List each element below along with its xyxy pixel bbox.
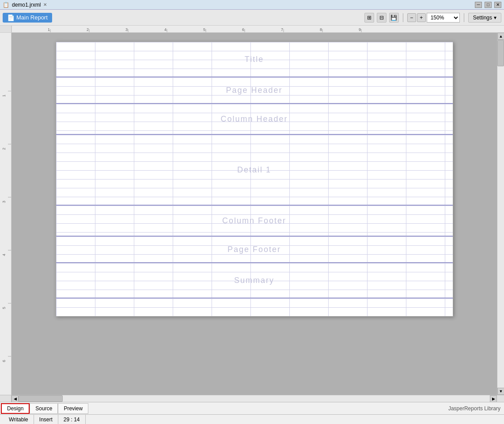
canvas-wrapper[interactable]: Title Page Header Column Header Detail 1… (11, 33, 497, 395)
band-column-footer: Column Footer (56, 206, 453, 237)
report-title: Main Report (16, 14, 48, 21)
band-summary-label: Summary (234, 276, 274, 285)
toolbar-icon-1[interactable]: ⊞ (364, 13, 374, 23)
band-column-header-label: Column Header (220, 115, 288, 124)
band-detail-1-label: Detail 1 (237, 165, 271, 175)
report-title-badge[interactable]: 📄 Main Report (3, 13, 52, 23)
minimize-button[interactable]: ─ (475, 2, 482, 8)
band-page-footer: Page Footer (56, 237, 453, 263)
scroll-up-button[interactable]: ▲ (497, 33, 504, 40)
settings-label: Settings (473, 15, 492, 21)
report-canvas: Title Page Header Column Header Detail 1… (56, 42, 453, 317)
band-title: Title (56, 42, 453, 77)
canvas-scroll-inner: Title Page Header Column Header Detail 1… (11, 33, 497, 330)
tab-source[interactable]: Source (30, 403, 58, 414)
tab-design-label: Design (7, 405, 23, 412)
filename: demo1.jrxml (12, 2, 41, 8)
band-page-footer-label: Page Footer (227, 245, 281, 254)
settings-arrow-icon: ▾ (494, 15, 496, 21)
status-position: 29 : 14 (58, 415, 86, 424)
band-detail-1: Detail 1 (56, 135, 453, 206)
band-page-header: Page Header (56, 77, 453, 104)
svg-text:1: 1 (48, 27, 50, 32)
svg-text:4: 4 (2, 254, 6, 256)
tab-source-label: Source (35, 405, 52, 412)
toolbar-icon-2[interactable]: ⊟ (377, 13, 387, 23)
toolbar-separator-2 (464, 13, 464, 22)
status-insert: Insert (34, 415, 58, 424)
band-title-label: Title (245, 55, 264, 64)
tab-preview-label: Preview (64, 405, 83, 412)
h-ruler-svg: 1 2 3 4 5 6 7 8 9 (11, 26, 504, 32)
settings-button[interactable]: Settings ▾ (468, 13, 501, 23)
file-icon: 📋 (3, 2, 9, 8)
content-area: 1 2 3 4 5 6 Title Page Header (0, 33, 504, 395)
svg-text:8: 8 (320, 27, 322, 32)
v-ruler-svg: 1 2 3 4 5 6 (0, 33, 11, 395)
toolbar-left: 📄 Main Report (3, 13, 362, 23)
zoom-select[interactable]: 50% 75% 100% 125% 150% 200% (427, 13, 460, 23)
band-column-footer-label: Column Footer (222, 216, 286, 225)
band-page-header-label: Page Header (226, 86, 282, 95)
scroll-left-button[interactable]: ◀ (11, 395, 19, 402)
svg-text:6: 6 (2, 360, 6, 362)
status-bar: Writable Insert 29 : 14 (0, 414, 504, 424)
h-ruler: 1 2 3 4 5 6 7 8 9 (11, 26, 504, 32)
svg-text:1: 1 (2, 95, 6, 97)
save-icon[interactable]: 💾 (389, 13, 399, 23)
svg-text:3: 3 (125, 27, 128, 32)
scroll-right-button[interactable]: ▶ (490, 395, 497, 402)
svg-text:9: 9 (359, 27, 361, 32)
tab-design[interactable]: Design (1, 403, 30, 414)
title-bar-right: ─ □ ✕ (475, 2, 501, 8)
close-button[interactable]: ✕ (494, 2, 501, 8)
svg-text:7: 7 (281, 27, 283, 32)
maximize-button[interactable]: □ (485, 2, 492, 8)
svg-text:3: 3 (2, 201, 6, 203)
close-tab-icon[interactable]: ✕ (43, 2, 47, 7)
ruler-container: 1 2 3 4 5 6 7 8 9 (0, 26, 504, 33)
zoom-out-button[interactable]: − (407, 13, 416, 22)
scroll-down-button[interactable]: ▼ (497, 388, 504, 395)
band-column-header: Column Header (56, 104, 453, 135)
h-scrollbar: ◀ ▶ (0, 395, 504, 402)
svg-text:5: 5 (2, 307, 6, 309)
tab-preview[interactable]: Preview (58, 403, 88, 414)
h-scroll-thumb[interactable] (19, 395, 63, 402)
toolbar-right: ⊞ ⊟ 💾 − + 50% 75% 100% 125% 150% 200% Se… (364, 13, 501, 23)
h-scroll-track[interactable] (19, 395, 490, 402)
main-toolbar: 📄 Main Report ⊞ ⊟ 💾 − + 50% 75% 100% 125… (0, 10, 504, 26)
svg-text:6: 6 (242, 27, 244, 32)
corner-box (0, 26, 11, 32)
svg-text:2: 2 (2, 148, 6, 150)
svg-text:4: 4 (164, 27, 167, 32)
bottom-tab-bar: Design Source Preview JasperReports Libr… (0, 402, 504, 414)
v-scroll-thumb[interactable] (497, 40, 504, 66)
toolbar-separator-1 (403, 13, 403, 22)
jasper-label: JasperReports Library (448, 405, 504, 412)
v-ruler: 1 2 3 4 5 6 (0, 33, 11, 395)
svg-text:2: 2 (87, 27, 89, 32)
zoom-control: − + 50% 75% 100% 125% 150% 200% (407, 13, 460, 23)
title-bar-left: 📋 demo1.jrxml ✕ (3, 2, 47, 8)
h-scrollbar-end (497, 395, 504, 402)
h-scrollbar-corner (0, 395, 11, 402)
report-icon: 📄 (7, 14, 15, 21)
title-bar: 📋 demo1.jrxml ✕ ─ □ ✕ (0, 0, 504, 10)
band-bottom-margin (56, 298, 453, 316)
v-scrollbar: ▲ ▼ (497, 33, 504, 395)
status-writable: Writable (4, 415, 34, 424)
v-scroll-track[interactable] (497, 40, 504, 388)
band-summary: Summary (56, 263, 453, 298)
svg-text:5: 5 (203, 27, 205, 32)
zoom-in-button[interactable]: + (417, 13, 426, 22)
